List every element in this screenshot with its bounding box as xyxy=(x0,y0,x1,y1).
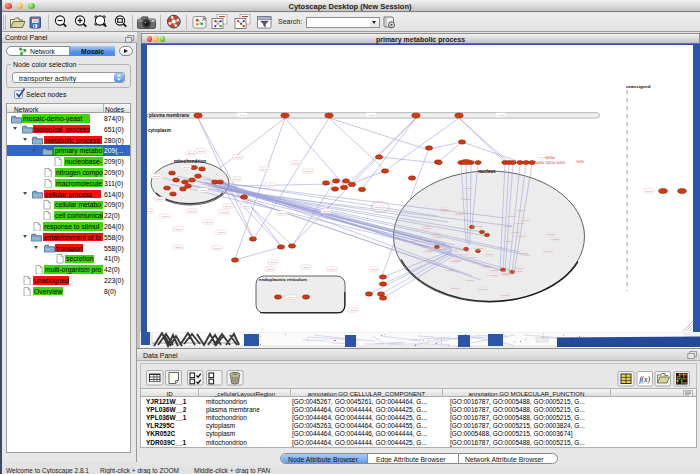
svg-text:Ydr44c: Ydr44c xyxy=(174,246,182,249)
svg-text:Ym105c: Ym105c xyxy=(439,248,449,251)
svg-text:Ydr44c: Ydr44c xyxy=(156,198,164,201)
svg-text:Ydr44c: Ydr44c xyxy=(292,162,300,165)
svg-text:Ym105c: Ym105c xyxy=(479,288,489,291)
svg-text:Ydr44c: Ydr44c xyxy=(182,166,190,169)
svg-text:Ym105c: Ym105c xyxy=(451,287,461,290)
svg-text:Ydr44c: Ydr44c xyxy=(213,247,221,250)
svg-text:Ym105c: Ym105c xyxy=(463,187,473,190)
svg-text:Ym105c: Ym105c xyxy=(489,274,499,277)
svg-text:Ym105c: Ym105c xyxy=(551,238,561,241)
svg-text:Ym105c: Ym105c xyxy=(462,198,472,201)
svg-text:Ym105c: Ym105c xyxy=(544,250,554,253)
svg-text:Ydr44c: Ydr44c xyxy=(188,210,196,213)
svg-text:nucleus: nucleus xyxy=(478,169,496,174)
svg-text:Ym105c: Ym105c xyxy=(504,240,514,243)
svg-text:Ydr44c: Ydr44c xyxy=(349,309,357,312)
svg-text:Ydr44c: Ydr44c xyxy=(266,184,274,187)
svg-text:Ydr44c: Ydr44c xyxy=(147,210,153,213)
svg-text:Ydr44c: Ydr44c xyxy=(266,268,274,271)
svg-text:Ym105c: Ym105c xyxy=(485,253,495,256)
svg-text:Ym105c: Ym105c xyxy=(514,270,524,273)
svg-text:Ym105c: Ym105c xyxy=(481,265,491,268)
svg-text:Ydr44c: Ydr44c xyxy=(161,215,169,218)
svg-text:Ydr44c: Ydr44c xyxy=(197,150,205,153)
svg-text:Ym105c: Ym105c xyxy=(423,227,433,230)
svg-text:Ydr44c: Ydr44c xyxy=(370,268,378,271)
svg-text:Ym105c: Ym105c xyxy=(466,279,476,282)
svg-text:Ym105c: Ym105c xyxy=(409,240,419,243)
svg-text:Ydr44c: Ydr44c xyxy=(199,189,207,192)
svg-text:Ydr44c: Ydr44c xyxy=(204,221,212,224)
svg-text:cytoplasm: cytoplasm xyxy=(148,128,171,133)
svg-text:Ydr44c: Ydr44c xyxy=(234,156,242,159)
svg-text:Ym105c: Ym105c xyxy=(490,269,500,272)
svg-text:Ydr44c: Ydr44c xyxy=(224,205,232,208)
svg-text:Ybr085w Ygl255w Ydr343c: Ybr085w Ygl255w Ydr343c xyxy=(534,161,566,165)
svg-text:Ydr44c: Ydr44c xyxy=(152,175,160,178)
svg-text:Ym105c: Ym105c xyxy=(474,225,484,228)
svg-text:Ydr44c: Ydr44c xyxy=(232,178,240,181)
svg-text:Ydr44c: Ydr44c xyxy=(304,170,312,173)
svg-text:Ydr44c: Ydr44c xyxy=(322,210,330,213)
svg-text:Ydr44c: Ydr44c xyxy=(260,168,268,171)
svg-text:Ydr44c: Ydr44c xyxy=(287,296,295,299)
svg-text:Ydr44c: Ydr44c xyxy=(242,205,250,208)
svg-text:unassigned: unassigned xyxy=(626,84,651,89)
svg-text:plasma membrane: plasma membrane xyxy=(149,113,190,118)
svg-text:Ydr44c: Ydr44c xyxy=(645,190,653,193)
svg-text:Ydr44c: Ydr44c xyxy=(217,231,225,234)
svg-text:Ym105c: Ym105c xyxy=(446,269,456,272)
svg-text:f(x): f(x) xyxy=(639,375,650,384)
svg-text:Ym105c: Ym105c xyxy=(433,236,443,239)
svg-text:Ym105c: Ym105c xyxy=(517,235,527,238)
svg-text:Ym105c: Ym105c xyxy=(519,252,529,255)
svg-text:Ym105c: Ym105c xyxy=(501,294,511,297)
svg-text:Ym105c: Ym105c xyxy=(441,209,451,212)
svg-text:Yhr42w: Yhr42w xyxy=(238,114,246,117)
svg-text:Yhr42w: Yhr42w xyxy=(367,114,375,117)
svg-text:Ydr44c: Ydr44c xyxy=(328,268,336,271)
svg-text:Ydr44c: Ydr44c xyxy=(278,212,286,215)
svg-text:Ym105c: Ym105c xyxy=(515,222,525,225)
svg-text:Ym105c: Ym105c xyxy=(501,273,511,276)
svg-text:Ym105c: Ym105c xyxy=(457,212,467,215)
svg-text:Ym105c: Ym105c xyxy=(468,256,478,259)
svg-text:Ym105c: Ym105c xyxy=(504,225,514,228)
svg-text:Ym105c: Ym105c xyxy=(424,259,434,262)
svg-text:Ydr44c: Ydr44c xyxy=(374,206,382,209)
svg-text:1:1: 1:1 xyxy=(118,19,123,23)
svg-text:Ydr44c: Ydr44c xyxy=(187,152,195,155)
svg-text:Ydr44c: Ydr44c xyxy=(174,228,182,231)
svg-text:Ym105c: Ym105c xyxy=(507,215,517,218)
svg-text:Ym105c: Ym105c xyxy=(475,247,485,250)
svg-text:Ym105c: Ym105c xyxy=(451,260,461,263)
svg-text:Ydr44c: Ydr44c xyxy=(269,261,277,264)
svg-text:Yhr42w: Yhr42w xyxy=(497,114,505,117)
svg-text:Ym105c: Ym105c xyxy=(546,233,556,236)
svg-text:endoplasmic reticulum: endoplasmic reticulum xyxy=(259,277,307,282)
svg-text:Ym105c: Ym105c xyxy=(459,253,469,256)
svg-text:Ym105c: Ym105c xyxy=(511,231,521,234)
svg-text:mitochondrion: mitochondrion xyxy=(174,159,206,164)
svg-text:Ym105c: Ym105c xyxy=(516,209,526,212)
svg-text:Ym105c: Ym105c xyxy=(455,248,465,251)
svg-text:Ym105c: Ym105c xyxy=(424,240,434,243)
svg-text:Ydr39c: Ydr39c xyxy=(576,160,585,164)
svg-text:Ym105c: Ym105c xyxy=(427,249,437,252)
svg-text:Ypl036w: Ypl036w xyxy=(545,156,555,160)
svg-text:Ydr44c: Ydr44c xyxy=(302,266,310,269)
svg-text:Ydr44c: Ydr44c xyxy=(220,211,228,214)
